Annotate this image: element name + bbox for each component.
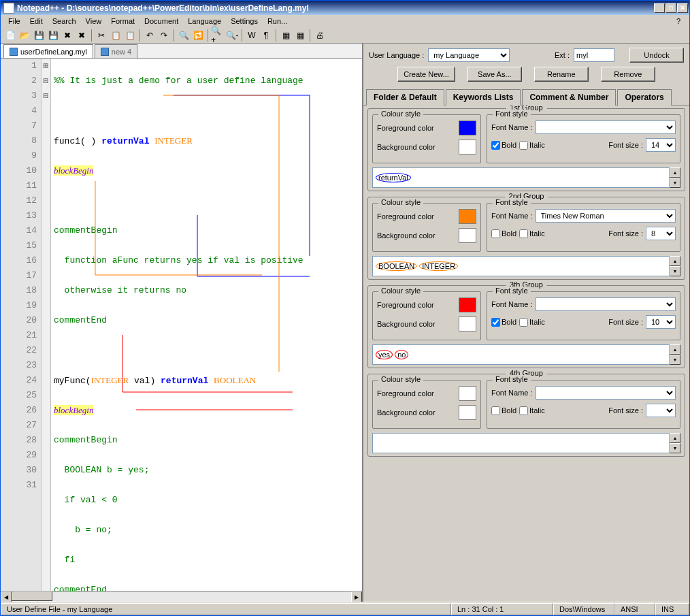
close-button[interactable]: ✕ bbox=[677, 3, 688, 13]
bg-color-swatch[interactable] bbox=[459, 317, 476, 331]
code-area[interactable]: %% It is just a demo for a user define l… bbox=[51, 59, 362, 591]
tab-operators[interactable]: Operators bbox=[617, 89, 671, 106]
horizontal-scrollbar[interactable]: ◀ ▶ bbox=[1, 591, 362, 602]
bold-checkbox[interactable]: Bold bbox=[491, 229, 516, 238]
menu-search[interactable]: Search bbox=[48, 16, 81, 27]
scroll-track[interactable] bbox=[12, 591, 351, 602]
font-name-select[interactable] bbox=[536, 386, 676, 400]
scroll-down-icon[interactable]: ▼ bbox=[670, 266, 680, 276]
font-size-select[interactable] bbox=[646, 404, 676, 417]
menu-view[interactable]: View bbox=[81, 16, 107, 27]
file-icon bbox=[101, 48, 109, 56]
paste-icon[interactable]: 📋 bbox=[123, 29, 137, 42]
tab-label: userDefineLang.myl bbox=[20, 48, 87, 56]
undock-button[interactable]: Undock bbox=[629, 48, 684, 63]
fg-color-swatch[interactable] bbox=[459, 209, 476, 224]
italic-checkbox[interactable]: Italic bbox=[519, 141, 545, 150]
font-style-fieldset: Font style Font Name : Bold Italic Font … bbox=[487, 291, 680, 340]
ext-input[interactable] bbox=[574, 48, 614, 62]
editor[interactable]: 1234789101112131415161718192021222324252… bbox=[1, 59, 362, 591]
bold-checkbox[interactable]: Bold bbox=[491, 406, 516, 415]
fg-color-swatch[interactable] bbox=[459, 120, 476, 135]
bold-checkbox[interactable]: Bold bbox=[491, 141, 516, 150]
scroll-down-icon[interactable]: ▼ bbox=[670, 355, 680, 365]
save-as-button[interactable]: Save As... bbox=[467, 67, 522, 82]
userdef-icon[interactable]: ▦ bbox=[293, 29, 307, 42]
font-size-select[interactable]: 14 bbox=[646, 138, 676, 152]
bg-color-swatch[interactable] bbox=[459, 405, 476, 420]
group-2: 2nd Group Colour style Foreground color … bbox=[367, 197, 685, 280]
bold-checkbox[interactable]: Bold bbox=[491, 318, 516, 327]
font-size-select[interactable]: 10 bbox=[646, 315, 676, 329]
menu-file[interactable]: File bbox=[3, 16, 25, 27]
scroll-thumb[interactable] bbox=[12, 591, 52, 601]
tab-keywords-lists[interactable]: Keywords Lists bbox=[446, 89, 521, 106]
close-file-icon[interactable]: ✖ bbox=[61, 29, 74, 42]
font-name-select[interactable] bbox=[536, 297, 676, 311]
print-icon[interactable]: 🖨 bbox=[313, 29, 327, 42]
menu-settings[interactable]: Settings bbox=[226, 16, 263, 27]
scroll-down-icon[interactable]: ▼ bbox=[670, 178, 680, 188]
menu-format[interactable]: Format bbox=[106, 16, 139, 27]
save-all-icon[interactable]: 💾 bbox=[46, 29, 60, 42]
tab-new4[interactable]: new 4 bbox=[95, 44, 137, 58]
fold-margin[interactable]: ⊞⊟⊟ bbox=[42, 59, 51, 591]
font-name-select[interactable] bbox=[536, 120, 676, 134]
create-new-button[interactable]: Create New... bbox=[397, 67, 455, 82]
undo-icon[interactable]: ↶ bbox=[143, 29, 157, 42]
maximize-button[interactable]: □ bbox=[666, 3, 676, 13]
status-mode: INS bbox=[655, 603, 689, 615]
redo-icon[interactable]: ↷ bbox=[157, 29, 171, 42]
tab-folder-default[interactable]: Folder & Default bbox=[366, 89, 444, 106]
menu-run[interactable]: Run... bbox=[263, 16, 292, 27]
bg-color-swatch[interactable] bbox=[459, 228, 476, 243]
show-all-icon[interactable]: ¶ bbox=[259, 29, 273, 42]
replace-icon[interactable]: 🔁 bbox=[191, 29, 205, 42]
fg-color-swatch[interactable] bbox=[459, 297, 476, 312]
save-icon[interactable]: 💾 bbox=[32, 29, 46, 42]
toolbar: 📄 📂 💾 💾 ✖ ✖ ✂ 📋 📋 ↶ ↷ 🔍 🔁 🔍+ 🔍- W ¶ ▦ ▦ … bbox=[1, 27, 689, 44]
wrap-icon[interactable]: W bbox=[245, 29, 259, 42]
remove-button[interactable]: Remove bbox=[601, 67, 655, 82]
font-size-select[interactable]: 8 bbox=[646, 227, 676, 240]
italic-checkbox[interactable]: Italic bbox=[519, 318, 545, 327]
minimize-button[interactable]: _ bbox=[654, 3, 665, 13]
zoom-in-icon[interactable]: 🔍+ bbox=[211, 29, 225, 42]
keywords-input[interactable]: yesno bbox=[372, 344, 670, 365]
fg-color-swatch[interactable] bbox=[459, 386, 476, 401]
user-language-select[interactable]: my Language bbox=[428, 48, 510, 62]
zoom-out-icon[interactable]: 🔍- bbox=[225, 29, 239, 42]
rename-button[interactable]: Rename bbox=[534, 67, 589, 82]
menu-help[interactable]: ? bbox=[672, 16, 685, 27]
udl-header: User Language : my Language Ext : Undock… bbox=[363, 44, 689, 86]
group-1: 1st Group Colour style Foreground color … bbox=[367, 108, 685, 191]
scroll-up-icon[interactable]: ▲ bbox=[670, 344, 680, 355]
tab-comment-number[interactable]: Comment & Number bbox=[522, 89, 616, 106]
scroll-up-icon[interactable]: ▲ bbox=[670, 433, 680, 443]
font-style-fieldset: Font style Font Name : Bold Italic Font … bbox=[487, 380, 680, 429]
line-numbers: 1234789101112131415161718192021222324252… bbox=[1, 59, 42, 591]
keywords-input[interactable] bbox=[372, 433, 670, 453]
indent-icon[interactable]: ▦ bbox=[279, 29, 293, 42]
keywords-input[interactable]: BOOLEANINTEGER bbox=[372, 256, 670, 276]
keywords-input[interactable]: returnVal bbox=[372, 167, 670, 188]
scroll-up-icon[interactable]: ▲ bbox=[670, 167, 680, 178]
italic-checkbox[interactable]: Italic bbox=[519, 406, 545, 415]
scroll-left-icon[interactable]: ◀ bbox=[1, 591, 12, 602]
find-icon[interactable]: 🔍 bbox=[177, 29, 191, 42]
tab-userdefinelang[interactable]: userDefineLang.myl bbox=[3, 44, 93, 58]
status-eol: Dos\Windows bbox=[553, 603, 614, 615]
menu-document[interactable]: Document bbox=[139, 16, 183, 27]
keywords-input-wrap: ▲▼ bbox=[372, 433, 680, 453]
scroll-down-icon[interactable]: ▼ bbox=[670, 443, 680, 453]
menu-edit[interactable]: Edit bbox=[25, 16, 48, 27]
new-icon[interactable]: 📄 bbox=[3, 29, 17, 42]
italic-checkbox[interactable]: Italic bbox=[519, 229, 545, 238]
cut-icon[interactable]: ✂ bbox=[95, 29, 108, 42]
copy-icon[interactable]: 📋 bbox=[109, 29, 122, 42]
scroll-up-icon[interactable]: ▲ bbox=[670, 256, 680, 266]
font-name-select[interactable]: Times New Roman bbox=[536, 209, 676, 223]
bg-color-swatch[interactable] bbox=[459, 140, 476, 155]
close-all-icon[interactable]: ✖ bbox=[75, 29, 88, 42]
open-icon[interactable]: 📂 bbox=[18, 29, 31, 42]
